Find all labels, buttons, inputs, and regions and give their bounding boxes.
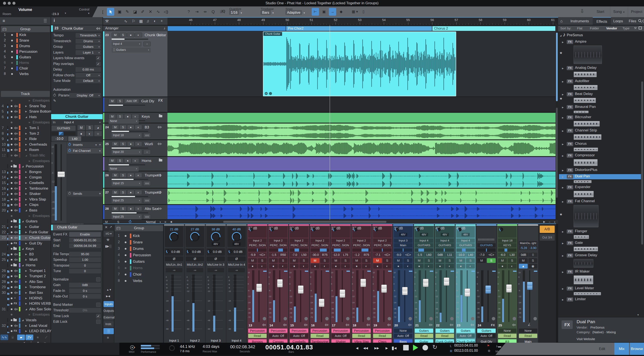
track-active-dot[interactable] (11, 292, 12, 294)
effect-item[interactable]: ▶FXGroove Delay (559, 253, 641, 258)
range-tool[interactable]: ▣ (116, 8, 123, 16)
pan-bar[interactable] (373, 248, 392, 252)
event-row[interactable]: Speedup1.00 (51, 257, 102, 263)
mute-button[interactable]: M (519, 258, 528, 263)
group-active-dot[interactable] (11, 67, 13, 69)
gain-knob[interactable] (416, 228, 420, 231)
effect-item[interactable]: ▶FXDual Pan (559, 174, 641, 179)
start-page-button[interactable]: Start (593, 6, 608, 17)
volume-value[interactable]: -7.0 (477, 253, 487, 257)
expand-caret[interactable]: ▶ (25, 275, 27, 277)
expand-caret[interactable]: ▶ (25, 138, 27, 140)
pan-value[interactable]: R75 (320, 253, 329, 257)
track-row[interactable]: 10▶Overheads (0, 142, 51, 147)
automation-badge[interactable]: Read (310, 334, 329, 338)
gain-knob[interactable] (437, 228, 441, 231)
group-badge[interactable]: Guitars (436, 329, 454, 333)
fader-cap[interactable] (58, 172, 65, 177)
mono-button[interactable]: ▲ (519, 264, 528, 269)
pan-value[interactable]: <C> (383, 253, 392, 257)
mute-button[interactable]: M (373, 258, 382, 263)
inspector-row-value[interactable]: Guitars (76, 44, 101, 49)
pan-knob-small[interactable] (408, 317, 412, 320)
automation-badge[interactable]: Auto: Off (456, 334, 475, 338)
event-row[interactable]: Time Lock✓ (51, 313, 102, 319)
inspector-icon[interactable]: i (54, 18, 55, 23)
volume-value[interactable]: -1.5 (415, 253, 424, 257)
mute-button[interactable]: M (108, 158, 116, 163)
pan-knob-small[interactable] (492, 317, 495, 320)
track-row[interactable]: 26▶Trumpet 1 (0, 268, 51, 274)
timeline-ruler[interactable]: 46474849505152535455565758596061 (168, 17, 556, 25)
track-active-dot[interactable] (11, 259, 12, 261)
track-lane[interactable] (168, 123, 556, 140)
mute-button[interactable]: M (269, 258, 278, 263)
event-row[interactable]: Gain0dB (51, 282, 102, 288)
event-row-value[interactable]: 0dB (69, 283, 101, 287)
event-row[interactable]: Tune0 (51, 268, 102, 274)
arrange-track-header[interactable]: 27MS●◐Trumpet 2Input 25▼⊙⊙ (103, 189, 168, 205)
fader-cap[interactable] (340, 290, 345, 298)
add-send-icon[interactable]: + (99, 192, 101, 195)
effect-thumbnail[interactable] (574, 98, 596, 103)
solo-button[interactable]: S (119, 142, 127, 146)
expand-caret[interactable]: ▶ (25, 182, 27, 184)
track-active-dot[interactable] (11, 182, 12, 184)
track-row[interactable]: 17▶Shaker (0, 191, 51, 197)
solo-button[interactable]: S (279, 258, 288, 263)
loop-start-value[interactable]: 00110.04.01.00 (454, 344, 478, 348)
effect-item[interactable]: ▶FXBitcrusher (559, 115, 641, 120)
group-badge[interactable]: Percussion (310, 329, 329, 333)
trim-row[interactable]: 0.0 dB (165, 248, 183, 256)
detach-icon[interactable]: ↗ (110, 225, 112, 229)
effect-thumbnail[interactable] (574, 247, 598, 251)
inspector-row[interactable]: GroupGuitars▼ (51, 44, 102, 49)
solo-button[interactable]: S (258, 258, 266, 263)
mixer-group-row[interactable]: 3Drums (115, 246, 163, 252)
volume-value[interactable]: -7.1 (373, 253, 382, 257)
edit-grid-icon[interactable]: ▦ (139, 19, 143, 23)
bus-select[interactable]: 𝄛 Guitars▼ (112, 48, 151, 52)
effect-thumbnail[interactable] (574, 45, 602, 64)
edit-pencil-icon[interactable]: ✎ (53, 99, 56, 103)
trim-knob[interactable] (208, 249, 212, 253)
arranger-section[interactable]: Chorus 2 (432, 26, 556, 31)
event-row[interactable]: File Tempo95.00 (51, 251, 102, 257)
mixer-group-row[interactable]: 7Choir (115, 272, 163, 278)
track-row[interactable]: 13▶Bongos (0, 169, 51, 175)
sends-power-icon[interactable] (68, 192, 71, 195)
input-select[interactable]: None▼ (108, 119, 139, 124)
edit-transform-icon[interactable]: ◐ (154, 19, 156, 23)
track-row[interactable]: 15▶Cowbells (0, 180, 51, 186)
inspector-row-value[interactable]: Default (76, 78, 101, 83)
grid-panel-toggle[interactable]: ▦ ▾ (351, 8, 358, 16)
mixer-channel[interactable]: 40 dB48V0.0 dBØMic/Line In 4-∞0-3-6-9-12… (226, 224, 247, 344)
mixer-channel[interactable]: 40 dB48VInput 4GUITARS0dBL11MS●◐1060-6-1… (435, 224, 455, 344)
automation-badge[interactable]: Auto: Off (290, 334, 308, 338)
automation-badge[interactable]: Read (248, 334, 266, 338)
event-row-value[interactable]: 0 s (69, 289, 101, 293)
mixer-group-row[interactable]: 1Kick (115, 233, 163, 239)
filter-folder-icon[interactable]: ▰ (17, 335, 25, 340)
track-row[interactable]: ▶Envelopes (0, 213, 51, 219)
track-row[interactable]: ◢Keys (0, 246, 51, 252)
inspector-row[interactable]: TimestretchDrums▼ (51, 38, 102, 44)
snap-frame-toggle[interactable]: ▣ (320, 8, 328, 16)
track-active-dot[interactable] (11, 303, 12, 305)
group-active-dot[interactable] (125, 242, 126, 243)
pan-knob-small[interactable] (304, 317, 308, 320)
group-badge[interactable]: Guitars (456, 329, 475, 333)
envelope-dot[interactable] (11, 314, 12, 316)
track-active-dot[interactable] (11, 193, 12, 195)
group-row[interactable]: 3Drums (1, 43, 50, 49)
record-button[interactable]: ● (124, 158, 132, 163)
group-active-dot[interactable] (125, 267, 126, 269)
banks-icon[interactable]: ▮▶𝄛 (105, 245, 112, 248)
automation-badge[interactable]: Auto: Off (332, 334, 350, 338)
group-active-dot[interactable] (125, 235, 126, 237)
mixer-channel[interactable]: 21 dB0.0 dBØMic/Lin..tIn1-∞0-3-6-9-12-24… (164, 224, 184, 344)
monitor-button[interactable]: ○ (94, 131, 102, 136)
playhead[interactable] (330, 25, 330, 220)
monitor-button[interactable]: ◐ (258, 264, 266, 269)
volume-value[interactable]: -5.9 (248, 253, 258, 257)
